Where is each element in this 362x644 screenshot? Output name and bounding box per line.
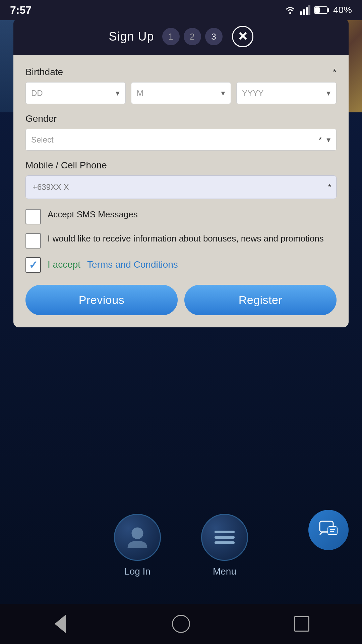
step-1[interactable]: 1 bbox=[162, 28, 180, 45]
close-button[interactable]: ✕ bbox=[232, 26, 253, 47]
year-select[interactable]: YYYY 200019991998 bbox=[236, 82, 337, 104]
menu-icon bbox=[211, 527, 238, 547]
login-nav-item[interactable]: Log In bbox=[114, 514, 161, 577]
svg-rect-18 bbox=[328, 527, 337, 535]
status-icons: 40% bbox=[284, 5, 352, 15]
svg-rect-3 bbox=[306, 7, 308, 15]
birthdate-required: * bbox=[333, 67, 337, 77]
svg-rect-14 bbox=[215, 531, 235, 533]
terms-link[interactable]: Terms and Conditions bbox=[87, 259, 178, 270]
button-row: Previous Register bbox=[25, 285, 337, 315]
status-bar: 7:57 40% bbox=[0, 0, 362, 20]
login-circle bbox=[114, 514, 161, 561]
svg-point-13 bbox=[132, 528, 143, 539]
svg-rect-1 bbox=[300, 11, 302, 15]
bottom-nav: Log In Menu bbox=[0, 514, 362, 577]
signal-icon bbox=[300, 5, 310, 15]
birthdate-label: Birthdate * bbox=[25, 67, 337, 77]
sms-label: Accept SMS Messages bbox=[48, 208, 337, 220]
recent-apps-button[interactable] bbox=[292, 614, 312, 634]
day-select-wrapper: DD 010203 ▼ bbox=[25, 82, 126, 104]
close-icon: ✕ bbox=[238, 30, 248, 44]
month-select[interactable]: M 010203 bbox=[131, 82, 231, 104]
modal-header: Sign Up 1 2 3 ✕ bbox=[13, 18, 349, 55]
svg-rect-7 bbox=[315, 7, 320, 13]
signup-modal: Sign Up 1 2 3 ✕ Birthdate * DD bbox=[13, 18, 349, 327]
svg-rect-4 bbox=[308, 5, 310, 15]
phone-input[interactable] bbox=[25, 175, 337, 199]
recent-apps-icon bbox=[294, 616, 309, 632]
day-select[interactable]: DD 010203 bbox=[25, 82, 126, 104]
promotions-checkbox[interactable] bbox=[25, 233, 41, 249]
login-label: Log In bbox=[124, 566, 150, 577]
chat-icon bbox=[318, 520, 339, 540]
i-accept-text: I accept bbox=[48, 259, 80, 270]
wifi-icon bbox=[284, 5, 296, 15]
android-nav-bar bbox=[0, 604, 362, 644]
step-3[interactable]: 3 bbox=[205, 28, 223, 45]
svg-point-0 bbox=[289, 12, 291, 14]
status-time: 7:57 bbox=[10, 4, 32, 16]
back-button[interactable] bbox=[50, 614, 70, 634]
register-button[interactable]: Register bbox=[184, 285, 337, 315]
sms-checkbox[interactable] bbox=[25, 209, 41, 224]
home-button[interactable] bbox=[171, 614, 191, 634]
month-select-wrapper: M 010203 ▼ bbox=[131, 82, 231, 104]
gender-select[interactable]: Select Male Female Other bbox=[25, 129, 337, 151]
terms-row: I accept Terms and Conditions bbox=[25, 257, 337, 273]
svg-rect-15 bbox=[215, 536, 235, 539]
menu-circle bbox=[201, 514, 248, 561]
chat-button[interactable] bbox=[308, 510, 349, 550]
back-icon bbox=[55, 614, 66, 633]
year-select-wrapper: YYYY 200019991998 ▼ bbox=[236, 82, 337, 104]
step-2[interactable]: 2 bbox=[184, 28, 201, 45]
menu-nav-item[interactable]: Menu bbox=[201, 514, 248, 577]
battery-icon bbox=[314, 6, 329, 14]
step-indicators: 1 2 3 ✕ bbox=[162, 26, 253, 47]
promotions-label: I would like to receive information abou… bbox=[48, 232, 337, 245]
menu-label: Menu bbox=[213, 566, 236, 577]
modal-title: Sign Up bbox=[109, 30, 154, 44]
modal-body: Birthdate * DD 010203 ▼ M 010203 ▼ YYY bbox=[13, 55, 349, 327]
gender-wrapper: Select Male Female Other * ▼ bbox=[25, 129, 337, 151]
login-icon bbox=[124, 524, 151, 551]
birthdate-row: DD 010203 ▼ M 010203 ▼ YYYY 200019991998… bbox=[25, 82, 337, 104]
sms-checkbox-row: Accept SMS Messages bbox=[25, 208, 337, 224]
svg-rect-6 bbox=[327, 8, 329, 12]
phone-label: Mobile / Cell Phone bbox=[25, 160, 337, 171]
gender-label: Gender bbox=[25, 113, 337, 124]
svg-rect-16 bbox=[215, 541, 235, 544]
svg-rect-2 bbox=[303, 9, 305, 15]
battery-text: 40% bbox=[333, 5, 352, 15]
terms-checkbox[interactable] bbox=[25, 257, 41, 273]
home-icon bbox=[172, 615, 190, 633]
phone-input-wrapper: * bbox=[25, 175, 337, 199]
promotions-checkbox-row: I would like to receive information abou… bbox=[25, 232, 337, 249]
previous-button[interactable]: Previous bbox=[25, 285, 178, 315]
